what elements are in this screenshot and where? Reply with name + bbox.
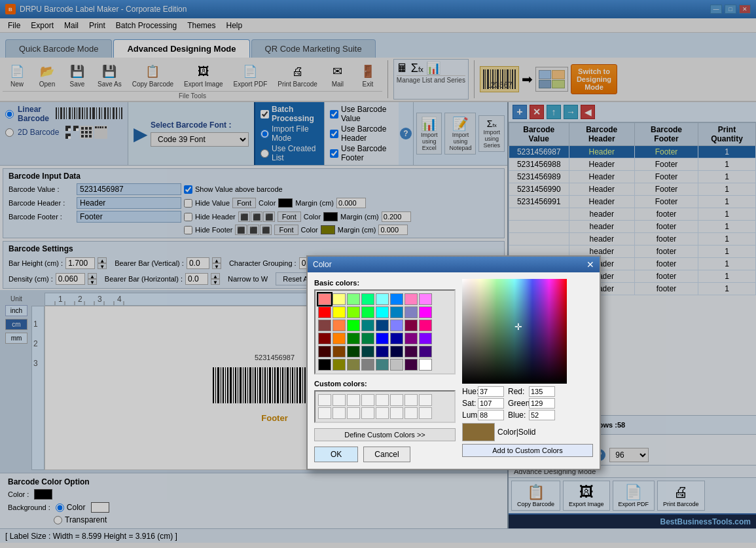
custom-colors-label: Custom colors: (314, 380, 456, 388)
hue-input[interactable] (478, 386, 504, 397)
basic-color-swatch[interactable] (347, 333, 360, 344)
basic-color-swatch[interactable] (376, 333, 389, 344)
basic-color-swatch[interactable] (376, 320, 389, 331)
basic-color-swatch[interactable] (318, 293, 331, 305)
basic-color-swatch[interactable] (333, 346, 346, 357)
color-picker-section: ✛ Hue: Sat: Lum: (462, 279, 593, 462)
custom-color-swatch[interactable] (390, 407, 403, 419)
color-gradient-picker[interactable]: ✛ (462, 279, 567, 384)
basic-color-swatch[interactable] (390, 359, 403, 371)
basic-color-swatch[interactable] (419, 293, 432, 305)
basic-color-swatch[interactable] (390, 333, 403, 344)
basic-color-swatch[interactable] (390, 306, 403, 318)
dialog-title: Color (313, 260, 332, 269)
basic-color-swatch[interactable] (318, 359, 331, 371)
custom-color-swatch[interactable] (333, 407, 346, 419)
basic-color-swatch[interactable] (361, 333, 374, 344)
basic-color-swatch[interactable] (361, 320, 374, 331)
ok-btn[interactable]: OK (314, 447, 358, 462)
basic-color-swatch[interactable] (419, 320, 432, 331)
custom-color-swatch[interactable] (347, 394, 360, 406)
custom-color-swatch[interactable] (318, 394, 331, 406)
basic-color-swatch[interactable] (419, 346, 432, 357)
color-preview-area: Color|Solid (462, 423, 593, 441)
lum-label: Lum: (462, 411, 477, 420)
color-solid-label: Color|Solid (497, 428, 535, 437)
dialog-body: Basic colors: Custom colors: Define Cust… (308, 272, 600, 469)
custom-color-swatch[interactable] (333, 394, 346, 406)
basic-color-swatch[interactable] (405, 293, 418, 305)
custom-color-swatch[interactable] (361, 394, 374, 406)
basic-color-swatch[interactable] (390, 346, 403, 357)
blue-label: Blue: (508, 411, 528, 420)
basic-color-swatch[interactable] (390, 320, 403, 331)
custom-color-swatch[interactable] (405, 407, 418, 419)
basic-color-swatch[interactable] (405, 359, 418, 371)
dialog-action-buttons: OK Cancel (314, 447, 456, 462)
basic-color-swatch[interactable] (318, 306, 331, 318)
basic-color-swatch[interactable] (361, 359, 374, 371)
hsl-values: Hue: Sat: Lum: (462, 386, 504, 420)
sat-input[interactable] (478, 398, 504, 409)
lum-input[interactable] (478, 410, 504, 420)
basic-color-swatch[interactable] (347, 359, 360, 371)
basic-color-swatch[interactable] (419, 306, 432, 318)
swatches-section: Basic colors: Custom colors: Define Cust… (314, 279, 456, 462)
basic-colors-grid (314, 289, 456, 374)
red-label: Red: (508, 387, 528, 396)
color-dialog: Color ✕ Basic colors: Custom colors: Def… (306, 255, 601, 470)
basic-color-swatch[interactable] (419, 333, 432, 344)
basic-color-swatch[interactable] (376, 293, 389, 305)
basic-color-swatch[interactable] (333, 320, 346, 331)
basic-color-swatch[interactable] (390, 293, 403, 305)
custom-color-swatch[interactable] (376, 407, 389, 419)
color-preview-swatch (462, 423, 495, 441)
blue-input[interactable] (529, 410, 555, 420)
basic-color-swatch[interactable] (347, 293, 360, 305)
custom-color-swatch[interactable] (390, 394, 403, 406)
custom-color-swatch[interactable] (347, 407, 360, 419)
basic-color-swatch[interactable] (376, 346, 389, 357)
green-input[interactable] (529, 398, 555, 409)
basic-colors-label: Basic colors: (314, 279, 456, 287)
basic-color-swatch[interactable] (376, 359, 389, 371)
hue-label: Hue: (462, 387, 477, 396)
green-label: Green: (508, 399, 528, 408)
sat-label: Sat: (462, 399, 477, 408)
basic-color-swatch[interactable] (333, 306, 346, 318)
color-dialog-overlay: Color ✕ Basic colors: Custom colors: Def… (0, 0, 756, 548)
custom-color-swatch[interactable] (361, 407, 374, 419)
basic-color-swatch[interactable] (318, 333, 331, 344)
basic-color-swatch[interactable] (347, 346, 360, 357)
custom-color-swatch[interactable] (405, 394, 418, 406)
red-input[interactable] (529, 386, 555, 397)
basic-color-swatch[interactable] (361, 293, 374, 305)
basic-color-swatch[interactable] (405, 346, 418, 357)
color-values-area: Hue: Sat: Lum: (462, 386, 593, 420)
custom-color-swatch[interactable] (419, 407, 432, 419)
basic-color-swatch[interactable] (333, 359, 346, 371)
custom-color-swatch[interactable] (376, 394, 389, 406)
basic-color-swatch[interactable] (347, 306, 360, 318)
rgb-values: Red: Green: Blue: (508, 386, 555, 420)
basic-color-swatch[interactable] (333, 293, 346, 305)
basic-color-swatch[interactable] (361, 346, 374, 357)
basic-color-swatch[interactable] (347, 320, 360, 331)
basic-color-swatch[interactable] (419, 359, 432, 371)
basic-color-swatch[interactable] (318, 346, 331, 357)
basic-color-swatch[interactable] (405, 333, 418, 344)
custom-color-swatch[interactable] (419, 394, 432, 406)
basic-color-swatch[interactable] (361, 306, 374, 318)
dialog-close-btn[interactable]: ✕ (586, 259, 594, 270)
basic-color-swatch[interactable] (376, 306, 389, 318)
basic-color-swatch[interactable] (405, 320, 418, 331)
basic-color-swatch[interactable] (318, 320, 331, 331)
custom-color-swatch[interactable] (318, 407, 331, 419)
custom-colors-grid (314, 390, 456, 423)
define-custom-colors-btn[interactable]: Define Custom Colors >> (314, 428, 456, 441)
basic-color-swatch[interactable] (333, 333, 346, 344)
basic-color-swatch[interactable] (405, 306, 418, 318)
add-to-custom-btn[interactable]: Add to Custom Colors (462, 444, 593, 457)
dialog-title-bar: Color ✕ (308, 257, 600, 272)
cancel-btn[interactable]: Cancel (363, 447, 410, 462)
